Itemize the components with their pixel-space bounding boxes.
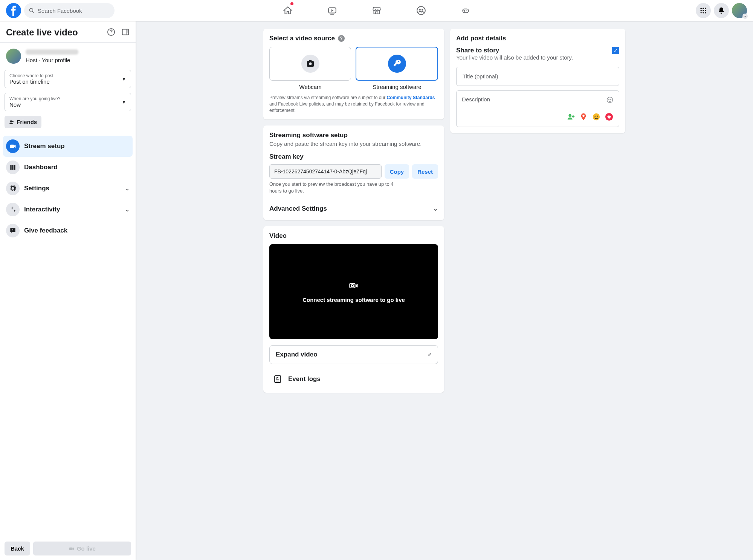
help-icon[interactable]: ? [338,35,345,42]
header-left: Search Facebook [6,3,191,18]
nav-marketplace-icon[interactable] [356,0,397,21]
emoji-icon[interactable] [606,96,614,105]
streaming-icon [348,280,359,292]
svg-point-14 [701,12,702,13]
svg-point-33 [351,285,354,287]
stream-key-label: Stream key [269,153,438,161]
svg-point-4 [419,9,420,11]
nav-label: Interactivity [24,206,60,213]
svg-point-23 [12,121,14,122]
nav-dashboard[interactable]: Dashboard [3,157,133,178]
nav-groups-icon[interactable] [400,0,442,21]
title-input[interactable]: Title (optional) [456,67,619,86]
svg-point-9 [703,8,704,9]
feedback-icon [6,224,20,237]
section-title: Add post details [456,35,619,42]
svg-point-40 [594,116,596,117]
nav-label: Dashboard [24,164,58,171]
svg-point-5 [422,9,423,11]
profile-avatar[interactable]: ▾ [732,3,747,18]
svg-rect-24 [10,145,14,148]
nav-give-feedback[interactable]: Give feedback [3,220,133,241]
nav-interactivity[interactable]: Interactivity ⌄ [3,199,133,220]
svg-rect-30 [69,547,73,550]
section-title: Video [269,232,438,240]
panel-collapse-icon[interactable] [121,28,130,37]
stream-key-input[interactable]: FB-10226274502744147-0-AbzQjeZFqj [269,164,382,179]
video-connect-text: Connect streaming software to go live [302,297,405,303]
svg-point-13 [705,10,706,11]
description-input[interactable]: Description [456,90,619,127]
svg-point-41 [597,116,598,117]
where-to-post-dropdown[interactable]: Choose where to post Post on timeline ▼ [5,70,131,88]
nav-gaming-icon[interactable] [445,0,486,21]
back-button[interactable]: Back [5,542,30,555]
stream-key-note: Once you start to preview the broadcast … [269,181,401,194]
event-logs-button[interactable]: Event logs [269,372,438,387]
nav-label: Give feedback [24,227,67,234]
nav-label: Stream setup [24,142,65,150]
tag-people-icon[interactable] [566,112,575,121]
facebook-logo-icon[interactable] [6,3,21,18]
svg-rect-26 [12,165,13,170]
svg-point-36 [609,99,609,100]
right-column: Add post details Share to story Your liv… [450,29,625,133]
help-icon[interactable] [107,28,115,37]
location-icon[interactable] [579,112,588,121]
search-placeholder: Search Facebook [38,8,82,14]
feeling-icon[interactable] [592,112,601,121]
notifications-bell-icon[interactable] [714,3,729,18]
svg-point-22 [10,120,12,122]
nav-settings[interactable]: Settings ⌄ [3,178,133,199]
header-center-nav [191,0,562,21]
share-story-checkbox[interactable]: ✓ [612,47,619,54]
audience-friends-button[interactable]: Friends [5,116,41,128]
svg-point-35 [607,97,613,103]
nav-home-icon[interactable] [267,0,309,21]
description-placeholder: Description [462,96,490,105]
center-column: Select a video source ? [263,29,444,393]
share-story-subtitle: Your live video will also be added to yo… [456,54,573,61]
svg-point-8 [701,8,702,9]
nav-watch-icon[interactable] [312,0,353,21]
dropdown-label: Choose where to post [9,73,53,78]
svg-point-31 [309,63,312,65]
menu-grid-icon[interactable] [696,3,711,18]
friends-icon [9,119,14,125]
chevron-down-icon: ⌄ [433,205,438,213]
nav-stream-setup[interactable]: Stream setup [3,136,133,157]
expand-icon: ⤢ [428,352,432,357]
copy-button[interactable]: Copy [385,164,409,179]
svg-point-7 [466,10,467,11]
source-software-option[interactable] [356,47,438,81]
chevron-down-icon: ⌄ [125,185,130,191]
dropdown-label: When are you going live? [9,96,60,101]
section-title: Select a video source ? [269,35,438,42]
charity-icon[interactable] [605,112,614,121]
share-story-title: Share to story [456,47,573,54]
section-title: Streaming software setup [269,132,438,139]
svg-point-3 [417,6,425,15]
panel-footer: Back Go live [0,537,136,560]
community-standards-link[interactable]: Community Standards [386,95,435,100]
source-webcam-option[interactable] [269,47,351,81]
reset-button[interactable]: Reset [412,164,438,179]
go-live-button[interactable]: Go live [33,542,131,555]
advanced-settings-toggle[interactable]: Advanced Settings ⌄ [269,203,438,214]
svg-rect-27 [14,165,15,170]
user-name-redacted [26,49,78,55]
svg-point-38 [569,114,571,117]
dropdown-value: Now [9,101,60,108]
panel-header: Create live video [0,21,136,43]
when-going-live-dropdown[interactable]: When are you going live? Now ▼ [5,93,131,111]
svg-rect-25 [10,165,11,170]
svg-point-12 [703,10,704,11]
search-input[interactable]: Search Facebook [24,3,115,18]
svg-point-37 [611,99,611,100]
dropdown-value: Post on timeline [9,78,53,85]
section-subtitle: Copy and paste the stream key into your … [269,141,438,147]
video-source-card: Select a video source ? [263,29,444,119]
page-title: Create live video [6,27,78,38]
chevron-down-icon: ▾ [742,14,748,19]
expand-video-button[interactable]: Expand video ⤢ [269,345,438,364]
